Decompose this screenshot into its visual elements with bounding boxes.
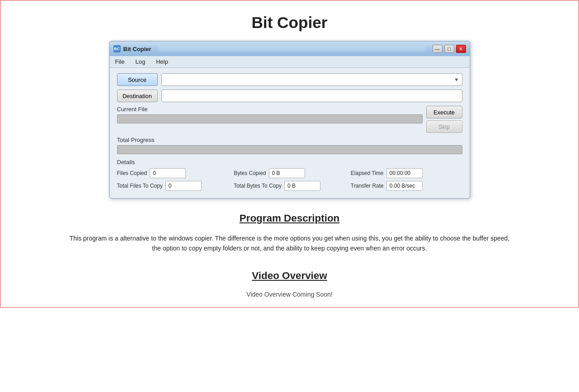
- transfer-rate-value: 0.00 B/sec: [386, 181, 423, 191]
- current-file-section: Current File Execute Skip: [117, 106, 462, 133]
- current-file-progress: [117, 114, 423, 123]
- elapsed-time-value: 00:00:00: [386, 168, 423, 178]
- maximize-button[interactable]: □: [444, 45, 454, 53]
- bytes-copied-item: Bytes Copied 0 B: [234, 168, 345, 178]
- current-file-left: Current File: [117, 106, 423, 123]
- details-section: Details Files Copied 0 Bytes Copied 0 B …: [117, 159, 462, 191]
- destination-field[interactable]: [161, 90, 462, 102]
- files-copied-label: Files Copied: [117, 170, 147, 176]
- elapsed-time-label: Elapsed Time: [351, 170, 384, 176]
- files-copied-item: Files Copied 0: [117, 168, 229, 178]
- transfer-rate-label: Transfer Rate: [351, 183, 384, 189]
- menu-log[interactable]: Log: [133, 58, 147, 66]
- video-overview-heading: Video Overview: [68, 270, 511, 282]
- files-copied-value: 0: [150, 168, 186, 178]
- minimize-button[interactable]: —: [433, 45, 442, 53]
- total-bytes-value: 0 B: [284, 181, 320, 191]
- window-title: Bit Copier: [123, 46, 151, 52]
- destination-button[interactable]: Destination: [117, 90, 158, 102]
- total-bytes-label: Total Bytes To Copy: [234, 183, 282, 189]
- window-titlebar: BC Bit Copier — □ ✕: [110, 42, 470, 56]
- program-description-section: Program Description This program is a al…: [41, 213, 538, 298]
- app-window: BC Bit Copier — □ ✕ File Log Help Source…: [109, 41, 471, 199]
- dropdown-arrow-icon: ▼: [454, 77, 459, 82]
- program-description-heading: Program Description: [68, 213, 511, 224]
- window-app-icon: BC: [113, 45, 121, 52]
- video-overview-section: Video Overview Video Overview Coming Soo…: [68, 270, 511, 298]
- menubar: File Log Help: [110, 56, 470, 68]
- transfer-rate-item: Transfer Rate 0.00 B/sec: [351, 181, 462, 191]
- details-label: Details: [117, 159, 462, 165]
- total-bytes-item: Total Bytes To Copy 0 B: [234, 181, 345, 191]
- video-coming-soon-text: Video Overview Coming Soon!: [68, 291, 511, 298]
- source-dropdown[interactable]: ▼: [161, 73, 462, 86]
- bytes-copied-value: 0 B: [269, 168, 305, 178]
- current-file-label: Current File: [117, 106, 423, 113]
- execute-button[interactable]: Execute: [426, 106, 462, 118]
- total-progress-bar: [117, 145, 462, 154]
- source-row: Source ▼: [117, 73, 462, 86]
- total-files-item: Total Files To Copy 0: [117, 181, 229, 191]
- destination-row: Destination: [117, 90, 462, 102]
- total-files-label: Total Files To Copy: [117, 183, 163, 189]
- source-button[interactable]: Source: [117, 73, 158, 86]
- total-files-value: 0: [165, 181, 202, 191]
- details-grid: Files Copied 0 Bytes Copied 0 B Elapsed …: [117, 168, 462, 191]
- window-body: Source ▼ Destination Current File: [110, 68, 470, 198]
- window-controls: — □ ✕: [433, 45, 466, 53]
- description-text: This program is a alternative to the win…: [68, 233, 511, 254]
- app-screenshot: BC Bit Copier — □ ✕ File Log Help Source…: [1, 41, 578, 199]
- close-button[interactable]: ✕: [456, 45, 466, 53]
- menu-file[interactable]: File: [113, 58, 127, 66]
- bytes-copied-label: Bytes Copied: [234, 170, 266, 176]
- page-title: Bit Copier: [1, 1, 578, 41]
- skip-button[interactable]: Skip: [426, 120, 462, 133]
- total-progress-section: Total Progress: [117, 137, 462, 154]
- menu-help[interactable]: Help: [154, 58, 170, 66]
- action-buttons: Execute Skip: [426, 106, 462, 133]
- window-title-decoration: [159, 46, 425, 52]
- elapsed-time-item: Elapsed Time 00:00:00: [351, 168, 462, 178]
- total-progress-label: Total Progress: [117, 137, 462, 143]
